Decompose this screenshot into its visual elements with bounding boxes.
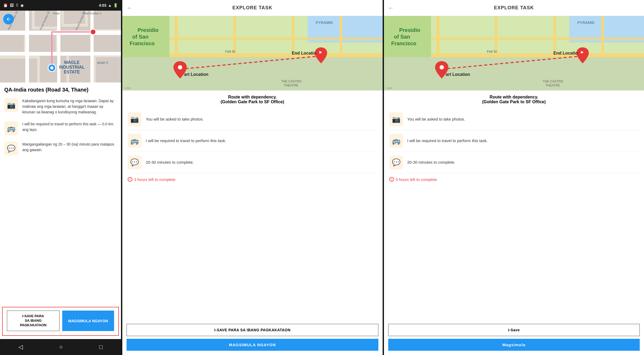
svg-text:THE CASTRO: THE CASTRO [543,80,563,83]
svg-text:Francisco: Francisco [129,40,154,46]
explore-info-time-2: 💬 20-30 minutes to complete. [128,152,377,173]
camera-emoji-2: 📷 [130,115,139,123]
svg-rect-9 [0,59,37,82]
task-title: QA-India routes (Road 34, Thane) [4,87,117,93]
explore-content-3: Route with dependency. (Golden Gate Park… [384,90,644,322]
recents-nav-button[interactable]: □ [99,344,103,350]
clock-icon-2: ⏱ [128,177,132,182]
explore-camera-text-3: You will be asked to take photos. [407,116,465,122]
camera-info-text: Kakailanganin kong kumuha ng mga larawan… [22,98,117,115]
explore-info-camera-3: 📷 You will be asked to take photos. [389,109,639,130]
status-bar: ⏰ 🖼 ⠿ ◉ 4:03 ▲ 🔋 [0,0,121,11]
bus-emoji-2: 🚌 [130,137,139,145]
chat-icon: 💬 [7,145,15,153]
home-nav-button[interactable]: ○ [59,344,63,350]
bus-emoji-3: 🚌 [392,137,400,145]
bus-icon-wrap: 🚌 [4,121,18,135]
explore-bus-icon-2: 🚌 [128,134,141,148]
time-info-text: Mangangailangan ng 20 – 30 (na) minuto p… [22,142,117,153]
svg-text:Legal: Legal [386,86,392,89]
explore-map-svg-2: Presidio of San Francisco PYRAMID Fell S… [122,16,383,90]
start-button-panel2[interactable]: MAGSIMULA NGAYON [127,339,378,351]
svg-text:of San: of San [394,34,410,40]
svg-point-28 [50,66,53,69]
start-button-panel3[interactable]: Magsimula [388,339,640,351]
svg-text:Fell St: Fell St [225,49,235,53]
explore-info-time-3: 💬 20-30 minutes to complete. [389,152,639,173]
camera-icon: 📷 [7,101,15,109]
status-bar-right: 4:03 ▲ 🔋 [99,3,118,7]
time-warning-text-3: 3 hours left to complete [396,177,437,182]
svg-point-50 [178,65,182,69]
camera-emoji-3: 📷 [392,115,400,123]
svg-rect-15 [25,11,29,82]
svg-point-75 [440,65,444,69]
svg-rect-64 [384,57,644,90]
back-button-panel2[interactable]: ← [127,5,132,11]
explore-info-camera-2: 📷 You will be asked to take photos. [128,109,377,130]
svg-text:THEATRE: THEATRE [545,84,560,87]
explore-camera-icon-2: 📷 [128,112,141,126]
content-area-panel1: QA-India routes (Road 34, Thane) 📷 Kakai… [0,82,121,307]
time-warning-2: ⏱ 3 hours left to complete [128,177,377,182]
camera-icon-wrap: 📷 [4,98,18,112]
save-button-panel3[interactable]: I-Save [388,324,640,336]
explore-title-3: EXPLORE TASK [494,5,534,11]
route-title-text-3: Route with dependency. (Golden Gate Park… [482,95,546,104]
explore-actions-2: I-SAVE PARA SA IBANG PAGKAKATAON MAGSIMU… [122,322,383,355]
image-icon: 🖼 [10,3,14,7]
save-button-panel2[interactable]: I-SAVE PARA SA IBANG PAGKAKATAON [127,324,378,336]
action-buttons-panel1: I-SAVE PARA SA IBANG PAGKAKATAON MAGSIMU… [2,307,119,336]
svg-text:Road Number 3: Road Number 3 [82,12,101,15]
explore-title-2: EXPLORE TASK [232,5,273,11]
explore-map-svg-3: Presidio of San Francisco PYRAMID Fell S… [384,16,644,90]
svg-rect-13 [0,31,121,35]
explore-time-text-2: 20-30 minutes to complete. [146,159,194,166]
svg-text:Legal: Legal [124,86,131,89]
explore-travel-text-2: I will be required to travel to perform … [146,138,226,144]
phone-panel-1: ⏰ 🖼 ⠿ ◉ 4:03 ▲ 🔋 [0,0,121,355]
explore-panel-3: ← EXPLORE TASK Presidio of San Francisco… [384,0,644,355]
explore-camera-text-2: You will be asked to take photos. [146,116,204,122]
circle-icon: ◉ [20,3,24,7]
chat-icon-wrap: 💬 [4,142,18,155]
explore-chat-icon-2: 💬 [128,155,141,169]
start-button-panel1[interactable]: MAGSIMULA NGAYON [62,311,114,331]
grid-icon: ⠿ [16,3,18,7]
route-title-2: Route with dependency. (Golden Gate Park… [128,95,377,104]
svg-text:THEATRE: THEATRE [284,84,298,87]
svg-text:WAGLE: WAGLE [64,60,80,65]
map-back-button[interactable] [3,14,14,24]
svg-text:Francisco: Francisco [391,40,416,46]
explore-header-3: ← EXPLORE TASK [384,0,644,16]
back-button-panel3[interactable]: ← [388,5,394,11]
svg-text:PYRAMID: PYRAMID [577,20,595,25]
svg-rect-17 [90,11,94,82]
clock-icon-3: ⏱ [389,177,394,182]
explore-panel-2: ← EXPLORE TASK Presidio of San Francisco… [122,0,383,355]
svg-text:⚑: ⚑ [319,51,322,55]
bottom-nav: ◁ ○ □ [0,339,121,355]
svg-rect-14 [0,52,121,56]
status-bar-left: ⏰ 🖼 ⠿ ◉ [3,3,24,7]
svg-text:INDUSTRIAL: INDUSTRIAL [59,65,85,69]
svg-text:Fell St: Fell St [487,49,497,53]
explore-info-travel-3: 🚌 I will be required to travel to perfor… [389,130,639,152]
svg-text:End Locatio: End Locatio [553,51,578,55]
wifi-icon: ▲ [108,3,112,7]
svg-rect-39 [122,57,383,90]
explore-camera-icon-3: 📷 [389,112,403,126]
svg-text:ESTATE: ESTATE [64,70,80,74]
map-svg-1: Road Number 29 Road Number 25 Road Numbe… [0,11,121,82]
info-item-time: 💬 Mangangailangan ng 20 – 30 (na) minuto… [4,142,117,156]
time-display: 4:03 [99,3,106,7]
explore-header-2: ← EXPLORE TASK [122,0,383,16]
back-nav-button[interactable]: ◁ [18,344,23,350]
explore-travel-text-3: I will be required to travel to perform … [407,138,488,144]
travel-info-text: I will be required to travel to perform … [22,121,117,133]
svg-text:Presidio: Presidio [399,27,420,33]
explore-map-2: Presidio of San Francisco PYRAMID Fell S… [122,16,383,90]
save-button-panel1[interactable]: I-SAVE PARA SA IBANG PAGKAKATAON [7,311,60,331]
svg-text:Road: Road [53,12,60,15]
svg-text:PYRAMID: PYRAMID [316,20,333,25]
